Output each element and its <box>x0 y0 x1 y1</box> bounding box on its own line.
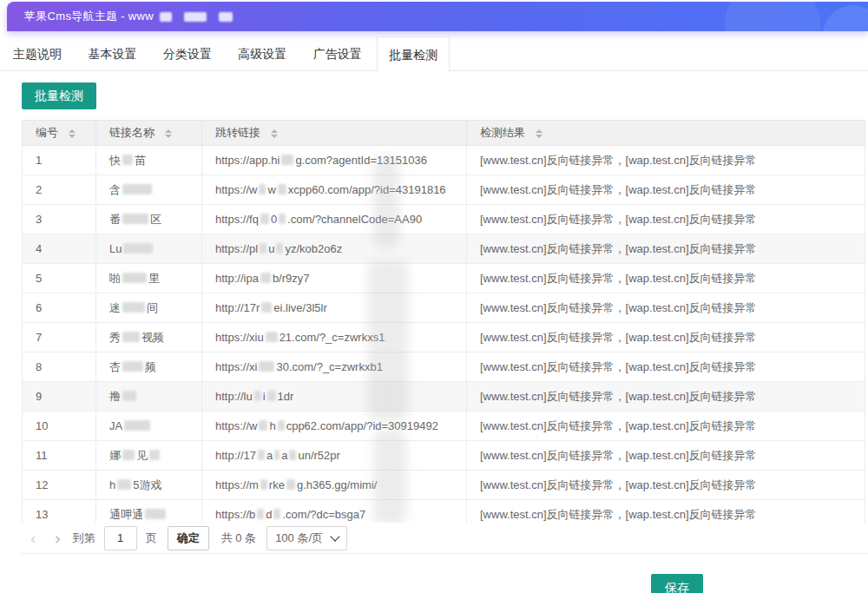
page-number-input[interactable] <box>104 526 137 550</box>
table-row: 9 撸 http://lui1dr [www.test.cn]反向链接异常，[w… <box>23 382 865 412</box>
cell-link-name: 秀视频 <box>96 323 202 353</box>
tab-batch-check[interactable]: 批量检测 <box>377 36 450 72</box>
redacted-text <box>286 479 295 490</box>
next-page-icon[interactable]: › <box>55 530 60 546</box>
col-header-number[interactable]: 编号 <box>23 121 96 146</box>
col-header-check-result-label: 检测结果 <box>480 126 525 139</box>
cell-link-name: 快苗 <box>96 146 202 175</box>
cell-number: 8 <box>23 353 96 382</box>
table-row: 7 秀视频 https://xiu21.com/?_c=zwrkxs1 [www… <box>23 323 865 353</box>
redacted-text <box>149 450 160 460</box>
cell-check-result: [www.test.cn]反向链接异常，[wap.test.cn]反向链接异常 <box>467 293 865 323</box>
redacted-text <box>260 273 271 283</box>
cell-jump-url: https://xiu21.com/?_c=zwrkxs1 <box>202 323 467 353</box>
redacted-text <box>160 12 172 22</box>
redacted-text <box>273 509 280 519</box>
sort-icon[interactable] <box>536 129 542 138</box>
cell-link-name: h5游戏 <box>96 471 202 500</box>
col-header-number-label: 编号 <box>36 126 58 139</box>
redacted-text <box>260 479 267 490</box>
cell-jump-url: http://17aaun/r52pr <box>202 441 467 471</box>
tab-bar: 主题说明 基本设置 分类设置 高级设置 广告设置 批量检测 <box>0 36 868 71</box>
table-row: 8 杏频 https://xi30.com/?_c=zwrkxb1 [www.t… <box>23 353 865 382</box>
cell-check-result: [www.test.cn]反向链接异常，[wap.test.cn]反向链接异常 <box>467 353 865 382</box>
cell-check-result: [www.test.cn]反向链接异常，[wap.test.cn]反向链接异常 <box>467 234 865 264</box>
cell-number: 1 <box>23 146 96 175</box>
confirm-page-button[interactable]: 确定 <box>168 526 209 550</box>
redacted-text <box>259 184 266 194</box>
tab-advanced-settings[interactable]: 高级设置 <box>227 36 298 71</box>
redacted-text <box>260 214 269 224</box>
cell-number: 9 <box>23 382 96 412</box>
redacted-text <box>267 391 276 401</box>
links-table: 编号 链接名称 跳转链接 检测结果 1 快苗 https://app.hig.c… <box>22 120 865 530</box>
cell-number: 7 <box>23 323 96 353</box>
cell-jump-url: http://17rei.live/3l5lr <box>202 293 467 323</box>
tab-ad-settings[interactable]: 广告设置 <box>302 36 373 71</box>
cell-link-name: 杏频 <box>96 353 202 382</box>
table-row: 12 h5游戏 https://mrkeg.h365.gg/mimi/ [www… <box>23 471 865 500</box>
col-header-link-name-label: 链接名称 <box>109 126 155 139</box>
sort-icon[interactable] <box>69 129 76 138</box>
col-header-link-name[interactable]: 链接名称 <box>96 121 202 146</box>
cell-check-result: [www.test.cn]反向链接异常，[wap.test.cn]反向链接异常 <box>467 441 865 471</box>
redacted-text <box>274 450 279 460</box>
cell-link-name: 娜见 <box>96 441 202 471</box>
cell-link-name: 迷间 <box>96 293 202 323</box>
table-body: 1 快苗 https://app.hig.com?agentId=1315103… <box>23 146 865 530</box>
save-button[interactable]: 保存 <box>651 574 703 593</box>
table-row: 2 含 https://wwxcpp60.com/app/?id=4319181… <box>23 175 865 205</box>
table-row: 1 快苗 https://app.hig.com?agentId=1315103… <box>23 146 865 175</box>
goto-page-label: 到第 <box>73 530 95 546</box>
redacted-text <box>281 155 293 165</box>
cell-jump-url: https://xi30.com/?_c=zwrkxb1 <box>202 353 467 382</box>
redaction-smudge <box>373 156 399 247</box>
redacted-text <box>184 12 207 22</box>
redacted-text <box>276 243 283 254</box>
cell-link-name: 含 <box>96 175 202 205</box>
batch-check-button[interactable]: 批量检测 <box>22 82 96 109</box>
col-header-jump-url[interactable]: 跳转链接 <box>202 121 467 146</box>
redacted-text <box>278 420 285 431</box>
redacted-text <box>122 155 133 165</box>
col-header-check-result[interactable]: 检测结果 <box>467 121 865 146</box>
redaction-smudge <box>373 430 406 525</box>
cell-check-result: [www.test.cn]反向链接异常，[wap.test.cn]反向链接异常 <box>467 146 865 175</box>
cell-number: 6 <box>23 293 96 323</box>
total-count-label: 共 0 条 <box>221 530 256 546</box>
cell-check-result: [www.test.cn]反向链接异常，[wap.test.cn]反向链接异常 <box>467 412 865 441</box>
page-size-value: 100 条/页 <box>275 530 323 546</box>
cell-link-name: 撸 <box>96 382 202 412</box>
sort-icon[interactable] <box>165 129 172 138</box>
page-title: 苹果Cms导航主题 - www <box>24 9 239 24</box>
cell-link-name: 番区 <box>96 205 202 234</box>
table-row: 11 娜见 http://17aaun/r52pr [www.test.cn]反… <box>23 441 865 471</box>
table-row: 10 JA https://whcpp62.com/app/?id=309194… <box>23 412 865 441</box>
chevron-down-icon <box>330 531 339 541</box>
cell-number: 12 <box>23 471 96 500</box>
redacted-text <box>122 450 135 460</box>
col-header-jump-url-label: 跳转链接 <box>215 126 260 139</box>
tab-basic-settings[interactable]: 基本设置 <box>76 36 148 71</box>
redacted-text <box>123 243 153 254</box>
cell-link-name: Lu <box>96 234 202 264</box>
tab-category-settings[interactable]: 分类设置 <box>152 36 223 71</box>
tab-theme-description[interactable]: 主题说明 <box>2 36 73 71</box>
cell-number: 2 <box>23 175 96 205</box>
sort-icon[interactable] <box>271 129 278 138</box>
cell-jump-url: https://app.hig.com?agentId=13151036 <box>202 146 467 175</box>
cell-number: 3 <box>23 205 96 234</box>
redacted-text <box>259 420 267 431</box>
cell-jump-url: https://fq0.com/?channelCode=AA90 <box>202 205 467 234</box>
page-size-select[interactable]: 100 条/页 <box>266 526 347 550</box>
cell-jump-url: https://whcpp62.com/app/?id=30919492 <box>202 412 467 441</box>
redacted-text <box>257 509 264 519</box>
redacted-text <box>260 243 266 254</box>
redacted-text <box>261 302 272 313</box>
redacted-text <box>122 273 147 283</box>
cell-check-result: [www.test.cn]反向链接异常，[wap.test.cn]反向链接异常 <box>467 471 865 500</box>
redacted-text <box>279 214 286 224</box>
redacted-text <box>122 391 136 401</box>
prev-page-icon[interactable]: ‹ <box>30 530 36 546</box>
redacted-text <box>122 302 145 313</box>
